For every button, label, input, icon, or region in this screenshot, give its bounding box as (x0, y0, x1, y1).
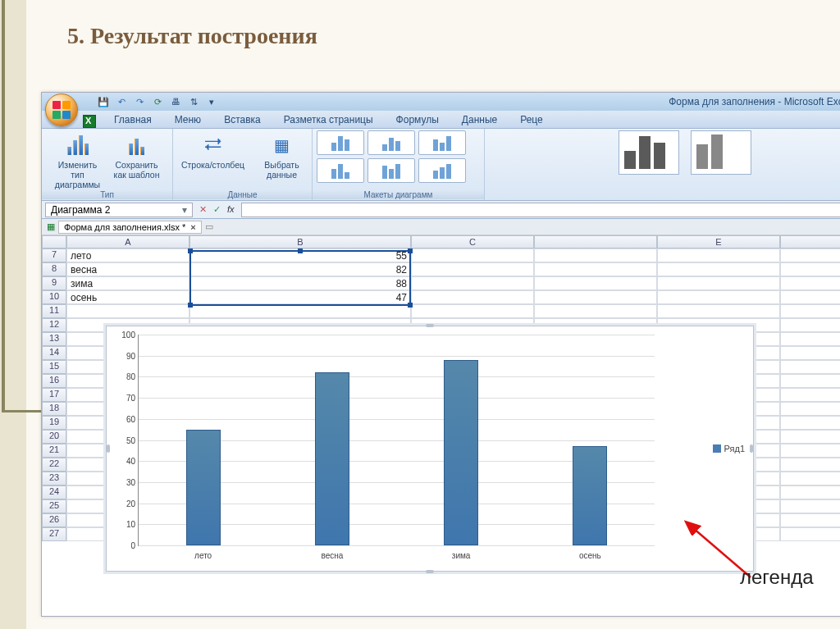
change-chart-type-button[interactable]: Изменить тип диаграммы (51, 130, 105, 189)
tab-data[interactable]: Данные (452, 112, 507, 128)
column-header[interactable] (780, 235, 840, 248)
worksheet[interactable]: ABCE7лето558весна829зима8810осень4711121… (42, 235, 840, 541)
cell[interactable] (411, 276, 534, 290)
cell[interactable] (780, 402, 840, 416)
cell[interactable]: 88 (189, 276, 411, 290)
select-data-button[interactable]: ▦ Выбрать данные (255, 130, 309, 180)
cell[interactable] (780, 332, 840, 346)
row-header[interactable]: 15 (42, 360, 66, 374)
cell[interactable] (657, 248, 780, 262)
cell[interactable] (657, 290, 780, 304)
layout-thumb[interactable] (418, 130, 466, 155)
fx-icon[interactable]: fx (227, 204, 235, 215)
cell[interactable] (780, 374, 840, 388)
print-icon[interactable]: 🖶 (170, 96, 181, 107)
cell[interactable] (780, 527, 840, 541)
chart-resize-handle[interactable] (750, 444, 753, 453)
row-header[interactable]: 18 (42, 402, 66, 416)
cancel-icon[interactable]: ✕ (199, 204, 207, 215)
layout-thumb[interactable] (317, 130, 364, 155)
tab-review[interactable]: Реце (510, 112, 553, 128)
chart-object[interactable]: 0102030405060708090100летовесназимаосень… (106, 326, 754, 572)
row-header[interactable]: 25 (42, 499, 66, 513)
office-button[interactable] (45, 93, 78, 126)
name-box[interactable]: Диаграмма 2 ▾ (45, 203, 193, 217)
tab-formulas[interactable]: Формулы (386, 112, 449, 128)
cell[interactable] (780, 499, 840, 513)
chart-resize-handle[interactable] (107, 444, 110, 453)
document-tab[interactable]: Форма для заполнения.xlsx * × (58, 221, 202, 234)
cell[interactable] (780, 262, 840, 276)
cell[interactable]: 82 (189, 262, 411, 276)
chart-layouts-gallery[interactable] (317, 130, 481, 186)
cell[interactable] (534, 290, 657, 304)
cell[interactable] (534, 304, 657, 318)
column-header[interactable]: C (411, 235, 534, 248)
tab-home[interactable]: Главная (104, 112, 162, 128)
cell[interactable] (780, 276, 840, 290)
chart-legend[interactable]: Ряд1 (713, 444, 745, 454)
cell[interactable] (780, 513, 840, 527)
row-header[interactable]: 16 (42, 374, 66, 388)
row-header[interactable]: 24 (42, 485, 66, 499)
row-header[interactable]: 22 (42, 458, 66, 472)
refresh-icon[interactable]: ⟳ (152, 96, 163, 107)
cell[interactable] (189, 304, 411, 318)
row-header[interactable]: 21 (42, 444, 66, 458)
qat-dropdown-icon[interactable]: ▾ (206, 96, 217, 107)
tab-menu[interactable]: Меню (165, 112, 211, 128)
row-header[interactable]: 7 (42, 248, 66, 262)
cell[interactable] (780, 290, 840, 304)
chart-bar[interactable] (573, 446, 607, 545)
row-header[interactable]: 23 (42, 472, 66, 485)
cell[interactable] (411, 262, 534, 276)
chevron-down-icon[interactable]: ▾ (182, 204, 187, 216)
cell[interactable] (534, 262, 657, 276)
row-header[interactable]: 11 (42, 304, 66, 318)
chart-bar[interactable] (315, 372, 349, 545)
cell[interactable] (411, 290, 534, 304)
column-header[interactable] (534, 235, 657, 248)
layout-thumb[interactable] (368, 158, 415, 183)
layout-thumb[interactable] (368, 130, 415, 155)
chart-resize-handle[interactable] (426, 570, 434, 573)
row-header[interactable]: 17 (42, 388, 66, 402)
cell[interactable] (780, 318, 840, 332)
cell[interactable] (534, 248, 657, 262)
column-header[interactable]: E (657, 235, 780, 248)
close-icon[interactable]: × (190, 222, 195, 232)
cell[interactable] (780, 458, 840, 472)
save-as-template-button[interactable]: Сохранить как шаблон (110, 130, 164, 180)
row-header[interactable]: 26 (42, 513, 66, 527)
cell[interactable] (780, 416, 840, 430)
row-header[interactable]: 8 (42, 262, 66, 276)
row-header[interactable]: 19 (42, 416, 66, 430)
row-header[interactable]: 9 (42, 276, 66, 290)
cell[interactable] (780, 485, 840, 499)
row-header[interactable]: 14 (42, 346, 66, 360)
switch-row-column-button[interactable]: ⮂ Строка/столбец (176, 130, 250, 170)
cell[interactable] (657, 276, 780, 290)
cell[interactable] (780, 248, 840, 262)
row-header[interactable]: 13 (42, 332, 66, 346)
cell[interactable] (657, 304, 780, 318)
new-sheet-icon[interactable]: ▭ (205, 221, 213, 232)
cell[interactable]: 55 (189, 248, 411, 262)
cell[interactable] (657, 262, 780, 276)
undo-icon[interactable]: ↶ (116, 96, 127, 107)
cell[interactable] (780, 430, 840, 444)
cell[interactable]: лето (66, 248, 189, 262)
chart-style-thumb[interactable] (619, 130, 679, 175)
layout-thumb[interactable] (317, 158, 364, 183)
cell[interactable]: весна (66, 262, 189, 276)
chart-style-thumb[interactable] (691, 130, 751, 175)
column-header[interactable]: A (66, 235, 189, 248)
cell[interactable] (780, 444, 840, 458)
cell[interactable] (411, 304, 534, 318)
cell[interactable] (780, 388, 840, 402)
cell[interactable] (780, 360, 840, 374)
save-icon[interactable]: 💾 (98, 96, 109, 107)
cell[interactable] (780, 472, 840, 485)
column-header[interactable]: B (189, 235, 411, 248)
cell[interactable]: 47 (189, 290, 411, 304)
